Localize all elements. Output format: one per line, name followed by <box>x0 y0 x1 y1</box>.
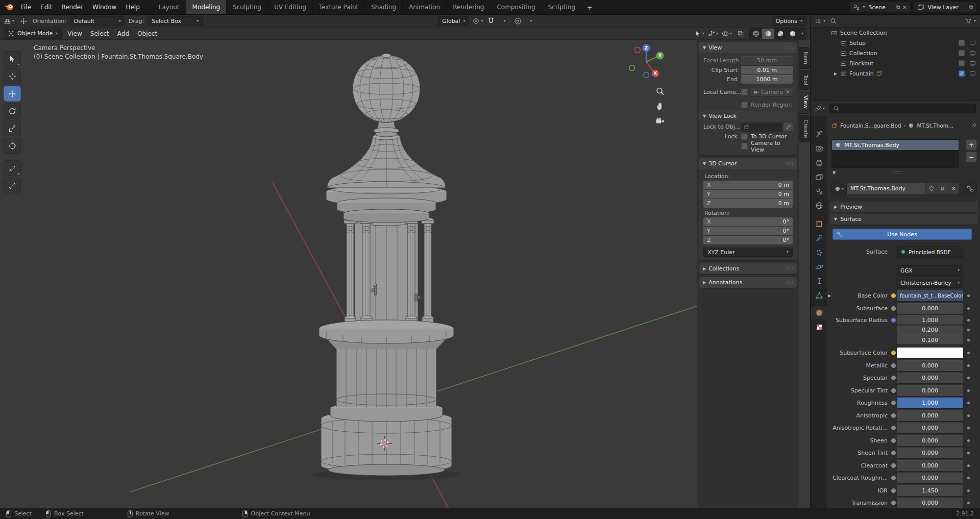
blender-logo-icon[interactable] <box>4 3 14 12</box>
workspace-tab[interactable]: Texture Paint <box>313 0 365 14</box>
keyframe-dot[interactable] <box>963 294 973 297</box>
keyframe-dot[interactable] <box>963 352 973 354</box>
outliner-search-icon[interactable] <box>830 18 837 24</box>
properties-tab-object-data[interactable] <box>811 289 827 302</box>
n-panel-tab[interactable]: Tool <box>799 70 810 90</box>
workspace-tab[interactable]: Scripting <box>542 0 582 14</box>
unlink-scene-button[interactable]: ✕ <box>902 5 906 10</box>
param-field[interactable]: 0.000 <box>897 373 963 383</box>
properties-tab-tool[interactable] <box>811 128 827 141</box>
keyframe-dot[interactable] <box>963 452 973 454</box>
workspace-tab[interactable]: Rendering <box>447 0 491 14</box>
keyframe-dot[interactable] <box>963 377 973 379</box>
keyframe-dot[interactable] <box>963 389 973 392</box>
keyframe-dot[interactable] <box>963 402 973 404</box>
add-slot-button[interactable]: + <box>966 139 977 150</box>
properties-tab-world[interactable] <box>811 199 827 212</box>
outliner-item[interactable]: ▶ Setup <box>811 38 980 48</box>
gizmo-axis-neg-y[interactable] <box>629 65 635 71</box>
cursor-rotation-field[interactable]: Z 0° <box>703 236 793 244</box>
eyedropper-button[interactable] <box>783 122 793 131</box>
pivot-point-dropdown[interactable]: ▾ <box>472 16 483 26</box>
param-field[interactable]: 0.000 <box>897 410 963 421</box>
properties-tab-scene[interactable] <box>811 185 827 198</box>
material-name-field[interactable]: MT.St.Thomas.Body <box>847 183 926 194</box>
expand-icon[interactable]: ▶ <box>834 71 840 76</box>
menu-item[interactable]: Help <box>121 2 144 12</box>
proportional-editing-toggle[interactable] <box>512 16 523 26</box>
scale-tool[interactable] <box>4 120 21 136</box>
workspace-tab[interactable]: Modeling <box>186 0 227 14</box>
render-region-checkbox[interactable] <box>741 102 748 108</box>
keyframe-dot[interactable] <box>963 477 973 479</box>
properties-tab-particles[interactable] <box>811 246 827 259</box>
cursor-tool[interactable] <box>4 68 21 84</box>
menu-item[interactable]: Render <box>57 2 88 12</box>
zoom-button[interactable] <box>655 87 665 96</box>
cursor-location-field[interactable]: X 0 m <box>703 181 793 189</box>
viewlayer-checkbox[interactable] <box>959 60 965 66</box>
properties-tab-texture[interactable] <box>811 320 827 334</box>
param-field[interactable]: 0.000 <box>897 435 963 446</box>
properties-tab-material[interactable] <box>811 306 827 319</box>
shading-solid-button[interactable] <box>762 29 774 39</box>
panel-3d-cursor-header[interactable]: ▼ 3D Cursor ∷∷ <box>699 158 797 169</box>
proportional-editing-dropdown[interactable]: ▾ <box>526 16 536 26</box>
param-field[interactable]: 0.000 <box>897 360 963 371</box>
transform-orientation-dropdown[interactable]: Global ▾ <box>438 16 469 26</box>
drag-dropdown[interactable]: Select Box ▾ <box>148 16 203 26</box>
workspace-tab[interactable]: Shading <box>365 0 403 14</box>
n-panel-tab[interactable]: Item <box>799 47 810 69</box>
list-filter-toggle-icon[interactable]: ▼ <box>832 170 836 175</box>
gizmo-axis-neg-z[interactable] <box>644 72 649 78</box>
param-field[interactable]: 1.450 <box>897 485 963 496</box>
new-scene-button[interactable]: ⧉ <box>896 4 900 10</box>
properties-tab-constraints[interactable] <box>811 275 827 288</box>
disable-in-renders-icon[interactable] <box>969 40 976 46</box>
base-color-texture-field[interactable]: fountain_st_t...BaseColor.png <box>897 290 963 301</box>
viewport-menu-item[interactable]: Select <box>86 29 113 39</box>
unlink-material-button[interactable]: ✕ <box>948 183 960 194</box>
panel-collections-header[interactable]: ▶ Collections ∷∷ <box>699 263 797 274</box>
outliner-item[interactable]: ▶ Collection <box>811 48 980 58</box>
move-tool[interactable] <box>4 86 21 102</box>
orientation-dropdown[interactable]: Default ▾ <box>70 16 125 26</box>
object-visibility-dropdown[interactable]: ▾ <box>694 29 704 39</box>
param-field[interactable]: 0.000 <box>897 385 963 396</box>
measure-tool[interactable] <box>4 178 21 193</box>
material-slot-item[interactable]: MT.St.Thomas.Body <box>832 140 959 150</box>
subsurface-color-swatch[interactable] <box>897 348 963 358</box>
panel-drag-grip[interactable]: ∷∷ <box>786 161 793 166</box>
list-resize-grip[interactable]: ∷∷∷ <box>892 170 904 175</box>
3d-scene[interactable] <box>0 40 810 508</box>
workspace-tab[interactable]: Animation <box>403 0 447 14</box>
keyframe-dot[interactable] <box>963 364 973 367</box>
keyframe-dot[interactable] <box>963 329 973 331</box>
properties-tab-output[interactable] <box>811 156 827 169</box>
outliner-scene-collection[interactable]: Scene Collection <box>811 28 980 38</box>
navigation-gizmo[interactable]: Z Y X <box>627 43 665 81</box>
annotate-tool[interactable] <box>4 160 21 176</box>
properties-editor-icon[interactable]: ▾ <box>815 105 825 112</box>
viewport-menu-item[interactable]: View <box>63 29 86 39</box>
panel-drag-grip[interactable]: ∷∷ <box>786 266 793 271</box>
param-field[interactable]: 0.000 <box>897 498 963 508</box>
transform-tool[interactable] <box>4 138 21 154</box>
keyframe-dot[interactable] <box>963 307 973 310</box>
workspace-tab[interactable]: Sculpting <box>227 0 268 14</box>
properties-tab-view-layer[interactable] <box>811 170 827 184</box>
param-field[interactable]: 0.100 <box>897 335 963 344</box>
xray-toggle[interactable] <box>736 29 746 39</box>
properties-search-field[interactable] <box>829 104 976 113</box>
expand-icon[interactable]: ▶ <box>828 293 831 298</box>
remove-slot-button[interactable]: − <box>966 152 977 162</box>
cursor-rotation-field[interactable]: Y 0° <box>703 227 793 235</box>
scene-selector[interactable]: ▾ Scene ⧉ ✕ <box>850 2 910 12</box>
shading-rendered-button[interactable] <box>787 29 799 39</box>
disable-in-renders-icon[interactable] <box>969 70 976 77</box>
param-field[interactable]: 0.000 <box>897 473 963 483</box>
snap-toggle[interactable] <box>486 16 496 26</box>
fake-user-button[interactable] <box>926 183 937 194</box>
outliner-filter-icon[interactable] <box>965 18 972 24</box>
param-field[interactable]: 1.000 <box>897 398 963 408</box>
